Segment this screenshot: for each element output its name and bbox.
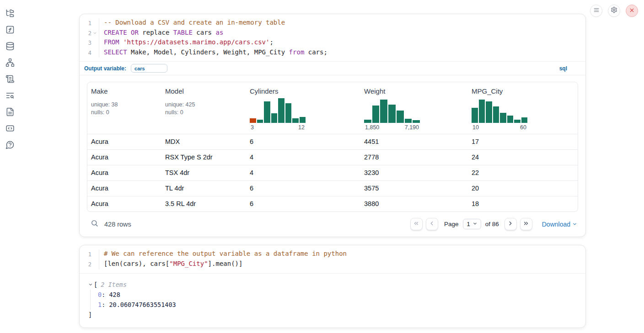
column-header-mpg-city[interactable]: MPG_City 10 60 [468, 82, 578, 134]
output-list-header: [ 2 Items [88, 281, 578, 288]
sidebar-item-logs[interactable] [5, 92, 15, 101]
histogram-bar[interactable] [500, 113, 506, 123]
code-line[interactable]: # We can reference the output variable a… [99, 249, 585, 259]
histogram-bar[interactable] [380, 100, 387, 123]
histogram-bar[interactable] [405, 119, 412, 123]
last-page-button[interactable] [520, 218, 532, 230]
line-number: 3 [80, 38, 91, 48]
histogram-axis-labels: 3 12 [250, 124, 306, 131]
histogram-bar[interactable] [472, 108, 478, 123]
histogram-bar[interactable] [278, 98, 284, 123]
sidebar-item-help[interactable] [5, 141, 15, 150]
scroll-icon [5, 74, 15, 85]
histogram-bar[interactable] [271, 113, 278, 123]
stat-unique: unique: 38 [91, 101, 158, 109]
table-cell: 22 [468, 165, 578, 180]
sidebar-item-datasources[interactable] [5, 42, 15, 52]
output-variable-bar: Output variable: sql [80, 61, 585, 75]
next-page-button[interactable] [504, 218, 517, 230]
histogram-bar[interactable] [388, 105, 396, 123]
data-table: Make unique: 38 nulls: 0 Model unique: 4… [87, 82, 578, 212]
table-cell: Acura [87, 134, 161, 149]
histogram-bar[interactable] [285, 103, 292, 123]
histogram-bar[interactable] [514, 120, 521, 123]
histogram-bar[interactable] [250, 118, 256, 123]
table-row[interactable]: AcuraTL 4dr6357520 [87, 180, 578, 196]
table-row[interactable]: Acura3.5 RL 4dr6388018 [87, 196, 578, 211]
output-variable-input[interactable] [131, 64, 167, 73]
python-code-editor[interactable]: 1# We can reference the output variable … [80, 245, 585, 273]
column-header-make[interactable]: Make unique: 38 nulls: 0 [87, 82, 161, 134]
fold-chevron-icon[interactable] [91, 28, 98, 38]
weight-histogram[interactable] [364, 98, 420, 123]
file-tree-icon [5, 9, 15, 20]
hist-min-label: 3 [251, 124, 254, 131]
histogram-bar[interactable] [300, 117, 306, 123]
hist-min-label: 10 [472, 124, 479, 131]
file-text-icon [5, 107, 15, 118]
histogram-bar[interactable] [521, 117, 528, 123]
column-header-weight[interactable]: Weight 1,850 7,190 [360, 82, 468, 134]
histogram-bar[interactable] [292, 118, 299, 123]
histogram-bar[interactable] [413, 120, 420, 123]
output-variable-label: Output variable: [84, 65, 126, 72]
sql-cell-output: Make unique: 38 nulls: 0 Model unique: 4… [80, 75, 585, 237]
settings-button[interactable] [608, 5, 620, 17]
menu-button[interactable] [590, 5, 602, 17]
code-line[interactable]: -- Download a CSV and create an in-memor… [99, 18, 585, 28]
table-cell: 6 [246, 196, 360, 211]
code-line[interactable]: CREATE OR replace TABLE cars as [99, 28, 585, 38]
table-cell: 4 [246, 150, 360, 165]
table-header-row: Make unique: 38 nulls: 0 Model unique: 4… [87, 82, 578, 134]
table-row[interactable]: AcuraTSX 4dr4323022 [87, 165, 578, 180]
search-button[interactable] [90, 220, 99, 229]
table-cell: RSX Type S 2dr [161, 150, 246, 165]
cylinders-histogram[interactable] [250, 98, 306, 123]
sidebar-item-scratchpad[interactable] [5, 75, 15, 85]
table-cell: 20 [468, 181, 578, 196]
table-row[interactable]: AcuraRSX Type S 2dr4277824 [87, 149, 578, 165]
mpg-city-histogram[interactable] [472, 98, 527, 123]
page-label: Page [444, 221, 459, 227]
first-page-button[interactable] [410, 218, 423, 230]
code-line[interactable]: SELECT Make, Model, Cylinders, Weight, M… [99, 48, 585, 58]
histogram-bar[interactable] [397, 111, 404, 123]
close-bracket: ] [88, 311, 578, 318]
collapse-chevron-icon[interactable] [88, 282, 94, 287]
table-row[interactable]: AcuraMDX6445117 [87, 134, 578, 149]
histogram-bar[interactable] [372, 106, 380, 123]
function-square-icon [5, 25, 15, 36]
hist-max-label: 60 [520, 124, 526, 131]
sql-code-editor[interactable]: 1-- Download a CSV and create an in-memo… [80, 14, 585, 61]
histogram-bar[interactable] [264, 101, 270, 123]
table-cell: 3.5 RL 4dr [161, 196, 246, 211]
column-header-cylinders[interactable]: Cylinders 3 12 [246, 82, 360, 134]
sidebar-item-dependency-graph[interactable] [5, 59, 15, 68]
code-line[interactable]: FROM 'https://datasets.marimo.app/cars.c… [99, 38, 585, 48]
previous-page-button[interactable] [426, 218, 438, 230]
line-number: 1 [80, 18, 91, 28]
histogram-bar[interactable] [479, 100, 485, 123]
shutdown-button[interactable] [626, 5, 638, 17]
table-cell: TSX 4dr [161, 165, 246, 180]
histogram-bar[interactable] [364, 120, 371, 123]
stat-nulls: nulls: 0 [91, 109, 158, 116]
sidebar [0, 0, 20, 150]
sidebar-item-snippets[interactable] [5, 125, 15, 134]
chevron-down-icon [572, 221, 577, 228]
page-select[interactable]: 1 [463, 219, 481, 229]
download-button[interactable]: Download [542, 221, 577, 228]
column-header-model[interactable]: Model unique: 425 nulls: 0 [161, 82, 246, 134]
histogram-bar[interactable] [257, 120, 263, 123]
code-line[interactable]: [len(cars), cars["MPG_City"].mean()] [99, 259, 585, 270]
sidebar-item-file-explorer[interactable] [5, 10, 15, 19]
histogram-bar[interactable] [507, 116, 514, 123]
histogram-bar[interactable] [493, 106, 499, 123]
histogram-bar[interactable] [486, 101, 492, 123]
python-cell-output: [ 2 Items 0: 4281: 20.060747663551403 ] [80, 274, 585, 328]
table-cell: Acura [87, 150, 161, 165]
hamburger-icon [593, 7, 600, 15]
language-badge: sql [559, 65, 581, 72]
sidebar-item-variables[interactable] [5, 26, 15, 35]
sidebar-item-documentation[interactable] [5, 108, 15, 117]
